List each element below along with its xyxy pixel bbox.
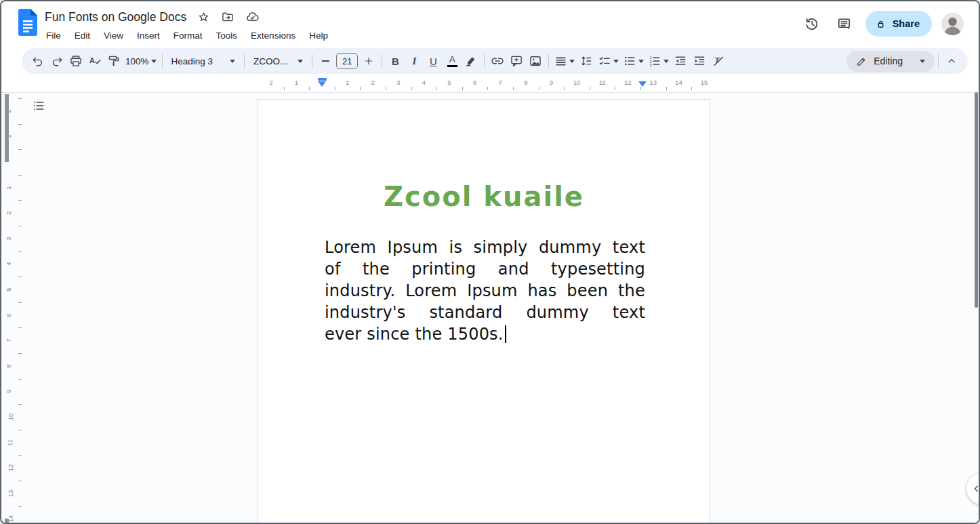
version-history-icon[interactable] [800,12,823,35]
chevron-down-icon [569,60,575,63]
line-spacing-button[interactable] [577,52,596,70]
document-paragraph[interactable]: Lorem Ipsum is simply dummy textof the p… [325,237,645,345]
text-color-button[interactable]: A [443,52,462,70]
menu-item-help[interactable]: Help [302,28,335,43]
document-outline-icon[interactable] [30,97,47,115]
share-label: Share [893,18,920,29]
menu-item-file[interactable]: File [39,28,68,43]
hide-menus-button[interactable] [942,52,961,70]
ruler-number: 2 [5,211,12,215]
ruler-tick [18,430,22,430]
bold-button[interactable]: B [386,52,405,70]
chevron-down-icon [298,60,303,63]
paint-format-button[interactable] [104,52,123,70]
italic-button[interactable]: I [405,52,424,70]
bulleted-list-button[interactable] [621,52,646,70]
spellcheck-button[interactable]: A [85,52,104,70]
numbered-list-button[interactable]: 123 [646,52,671,70]
increase-indent-button[interactable] [690,52,709,70]
redo-button[interactable] [47,52,66,70]
ruler-tick [564,87,565,90]
ruler-tick [640,87,641,90]
ruler-number: 3 [396,79,400,86]
toolbar-divider [244,54,245,68]
undo-button[interactable] [28,52,47,70]
ruler-number: 11 [6,439,14,446]
toolbar-divider [312,54,312,68]
toolbar-divider [382,54,382,68]
chevron-down-icon [920,60,925,63]
menu-item-view[interactable]: View [97,28,130,43]
ruler-number: 10 [7,414,14,421]
chevron-down-icon [663,60,669,63]
menu-item-insert[interactable]: Insert [130,28,167,43]
menu-item-edit[interactable]: Edit [68,28,97,43]
clear-formatting-button[interactable]: T [709,52,728,70]
ruler-tick [386,87,386,90]
paragraph-line[interactable]: ever since the 1500s. [325,323,645,345]
ruler-tick [18,98,22,99]
insert-link-button[interactable] [488,52,507,70]
ruler-number: 13 [650,79,657,86]
checklist-button[interactable] [596,52,621,70]
document-page[interactable]: Zcool kuaile Lorem Ipsum is simply dummy… [258,99,710,524]
vertical-scrollbar-thumb[interactable] [975,92,978,308]
ruler-number: 12 [7,464,14,472]
move-to-folder-icon[interactable] [220,9,235,24]
document-title[interactable]: Fun Fonts on Google Docs [45,10,186,24]
paragraph-line[interactable]: of the printing and typesetting [325,258,645,280]
right-indent-marker[interactable] [638,81,647,87]
ruler-number: 1 [295,79,298,86]
comments-icon[interactable] [833,12,856,35]
highlight-color-button[interactable] [462,52,481,70]
ruler-tick [590,87,590,90]
ruler-tick [18,149,22,150]
font-select[interactable]: ZCOO... [248,52,308,70]
share-button[interactable]: Share [865,11,932,37]
svg-text:A: A [89,56,95,64]
underline-button[interactable]: U [424,52,443,70]
google-docs-window: Fun Fonts on Google Docs FileEditViewIns… [0,0,980,524]
paragraph-style-select[interactable]: Heading 3 [166,52,241,70]
increase-font-size-button[interactable] [359,52,378,70]
editing-mode-button[interactable]: Editing [846,51,935,72]
ruler-tick [615,87,615,90]
ruler-tick [487,87,488,90]
horizontal-ruler[interactable]: 12123456789101112131415 [1,76,979,92]
menu-item-extensions[interactable]: Extensions [244,28,302,43]
cloud-saved-icon[interactable] [245,9,260,24]
print-button[interactable] [66,52,85,70]
ruler-number: 9 [550,79,553,86]
document-heading[interactable]: Zcool kuaile [258,181,710,212]
insert-image-button[interactable] [526,52,545,70]
ruler-number: 2 [269,79,272,86]
paragraph-line[interactable]: Lorem Ipsum is simply dummy text [325,237,645,258]
decrease-indent-button[interactable] [671,52,690,70]
left-indent-marker[interactable] [318,81,326,87]
zoom-select[interactable]: 100% [123,52,159,70]
font-size-input[interactable]: 21 [336,53,358,69]
google-docs-logo-icon[interactable] [18,9,37,36]
ruler-number: 7 [499,79,502,86]
header: Fun Fonts on Google Docs FileEditViewIns… [1,1,979,46]
menu-item-format[interactable]: Format [167,28,209,43]
menu-item-tools[interactable]: Tools [209,28,245,43]
add-comment-button[interactable] [507,52,526,70]
ruler-number: 8 [5,364,12,367]
ruler-number: 15 [701,79,708,86]
paragraph-line[interactable]: industry. Lorem Ipsum has been the [325,280,645,302]
ruler-number: 5 [447,79,451,86]
decrease-font-size-button[interactable] [316,52,335,70]
ruler-number: 14 [675,79,682,86]
ruler-number: 3 [5,237,12,240]
chevron-down-icon [230,60,235,63]
ruler-tick [18,175,22,176]
avatar[interactable] [941,13,964,35]
star-icon[interactable] [196,9,211,24]
paragraph-line[interactable]: industry's standard dummy text [325,302,645,323]
ruler-tick [411,87,412,90]
ruler-tick [513,87,514,90]
ruler-number: 12 [624,79,632,86]
align-button[interactable] [552,52,577,70]
first-line-indent-marker[interactable] [318,78,327,81]
